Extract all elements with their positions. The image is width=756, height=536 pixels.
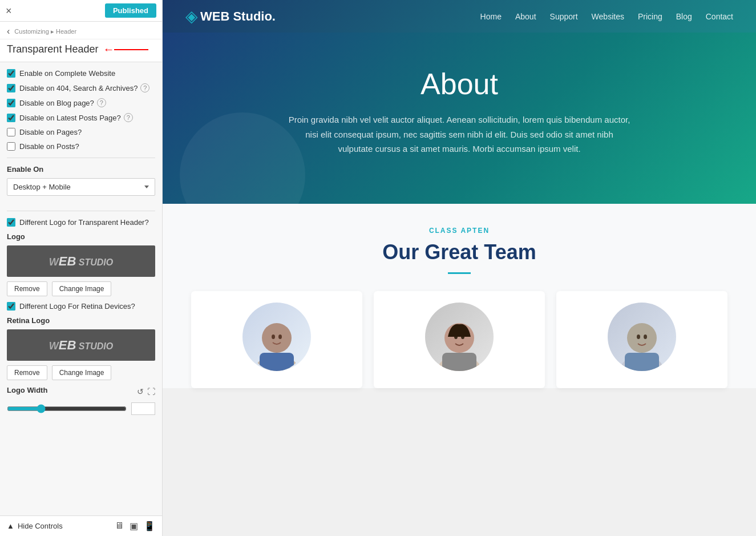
disable-pages-label: Disable on Pages? <box>19 128 82 136</box>
retina-logo-checkbox[interactable] <box>7 302 15 311</box>
disable-404-label: Disable on 404, Search & Archives? <box>19 84 138 92</box>
logo-preview: WEB Studio <box>7 245 155 277</box>
divider-1 <box>7 158 155 158</box>
retina-logo-btn-row: Remove Change Image <box>7 365 155 380</box>
nav-support[interactable]: Support <box>550 12 578 21</box>
nav-pricing[interactable]: Pricing <box>638 12 662 21</box>
desktop-icon[interactable]: 🖥 <box>115 521 124 531</box>
team-section: CLASS APTEN Our Great Team <box>163 204 756 388</box>
logo-preview-text: WEB Studio <box>49 254 113 269</box>
team-divider <box>448 272 471 274</box>
disable-posts-label: Disable on Posts? <box>19 142 79 151</box>
nav-contact[interactable]: Contact <box>706 12 733 21</box>
team-subtitle: CLASS APTEN <box>185 227 733 235</box>
hero-section: About Proin gravida nibh vel velit aucto… <box>163 33 756 204</box>
checkbox-disable-pages: Disable on Pages? <box>7 128 155 136</box>
disable-latest-posts-help-icon[interactable]: ? <box>124 113 133 122</box>
logo-btn-row: Remove Change Image <box>7 281 155 296</box>
reset-icon[interactable]: ↺ <box>137 387 144 396</box>
logo-width-slider[interactable] <box>7 404 127 413</box>
checkbox-disable-blog: Disable on Blog page? ? <box>7 98 155 107</box>
enable-complete-website-checkbox[interactable] <box>7 69 15 78</box>
arrow-indicator: ← <box>103 43 114 56</box>
published-button[interactable]: Published <box>105 3 156 18</box>
close-button[interactable]: × <box>6 6 12 16</box>
breadcrumb: Customizing ▸ Header <box>14 28 76 35</box>
disable-blog-label: Disable on Blog page? <box>19 99 94 107</box>
hero-title: About <box>185 67 733 101</box>
svg-point-13 <box>644 335 647 339</box>
retina-logo-section-label: Retina Logo <box>7 316 155 325</box>
fullscreen-icon[interactable]: ⛶ <box>147 387 155 396</box>
hide-controls-label: Hide Controls <box>18 522 63 530</box>
site-logo: ◈ Web Studio. <box>185 7 276 26</box>
svg-point-12 <box>637 335 640 339</box>
team-title: Our Great Team <box>185 240 733 264</box>
svg-point-2 <box>272 335 275 339</box>
site-nav: Home About Support Websites Pricing Blog… <box>480 12 733 21</box>
bottom-bar: ▲ Hide Controls 🖥 ▣ 📱 <box>0 515 162 536</box>
team-cards <box>185 291 733 388</box>
site-logo-text: Web Studio. <box>200 9 276 24</box>
team-card-1 <box>191 291 362 388</box>
disable-posts-checkbox[interactable] <box>7 142 15 151</box>
panel-title-row: Transparent Header ← <box>0 39 162 62</box>
nav-blog[interactable]: Blog <box>676 12 692 21</box>
enable-complete-website-label: Enable on Complete Website <box>19 69 115 78</box>
retina-logo-remove-button[interactable]: Remove <box>7 365 47 380</box>
logo-change-image-button[interactable]: Change Image <box>52 281 112 296</box>
logo-remove-button[interactable]: Remove <box>7 281 47 296</box>
checkbox-different-logo: Different Logo for Transparent Header? <box>7 218 155 227</box>
hide-controls-button[interactable]: ▲ Hide Controls <box>7 522 63 530</box>
enable-on-label: Enable On <box>7 165 155 174</box>
tablet-icon[interactable]: ▣ <box>130 521 138 531</box>
logo-width-label: Logo Width <box>7 386 47 394</box>
svg-point-1 <box>262 323 292 353</box>
hero-description: Proin gravida nibh vel velit auctor aliq… <box>288 112 630 156</box>
enable-on-select[interactable]: Desktop + Mobile Desktop Only Mobile Onl… <box>7 178 155 196</box>
different-logo-checkbox[interactable] <box>7 218 15 227</box>
team-card-3 <box>556 291 727 388</box>
logo-icon: ◈ <box>185 7 198 26</box>
nav-websites[interactable]: Websites <box>592 12 624 21</box>
site-header: ◈ Web Studio. Home About Support Website… <box>163 0 756 33</box>
panel-topbar: × Published <box>0 0 162 22</box>
logo-label: Logo <box>7 232 155 241</box>
retina-logo-preview: WEB Studio <box>7 329 155 361</box>
divider-2 <box>7 211 155 211</box>
team-card-2 <box>374 291 545 388</box>
logo-width-value-input[interactable] <box>131 402 155 415</box>
nav-home[interactable]: Home <box>480 12 502 21</box>
checkbox-disable-latest-posts: Disable on Latest Posts Page? ? <box>7 113 155 122</box>
disable-latest-posts-checkbox[interactable] <box>7 114 15 122</box>
disable-blog-help-icon[interactable]: ? <box>97 98 106 107</box>
avatar-1 <box>242 303 311 371</box>
chevron-down-icon: ▲ <box>7 522 14 530</box>
svg-rect-9 <box>442 353 476 371</box>
checkbox-disable-posts: Disable on Posts? <box>7 142 155 151</box>
svg-rect-4 <box>260 353 294 371</box>
avatar-2 <box>425 303 494 371</box>
retina-logo-preview-text: WEB Studio <box>49 338 113 353</box>
svg-rect-14 <box>625 353 659 371</box>
range-icon-group: ↺ ⛶ <box>137 387 155 396</box>
checkbox-enable-complete-website: Enable on Complete Website <box>7 69 155 78</box>
svg-point-11 <box>627 323 657 353</box>
disable-pages-checkbox[interactable] <box>7 128 15 136</box>
disable-404-help-icon[interactable]: ? <box>140 83 149 92</box>
preview-area: ◈ Web Studio. Home About Support Website… <box>163 0 756 536</box>
disable-blog-checkbox[interactable] <box>7 99 15 107</box>
retina-logo-label: Different Logo For Retina Devices? <box>19 302 135 311</box>
disable-404-checkbox[interactable] <box>7 84 15 92</box>
panel-nav: ‹ Customizing ▸ Header <box>0 22 162 39</box>
device-icons-group: 🖥 ▣ 📱 <box>115 521 155 531</box>
svg-point-3 <box>278 335 282 339</box>
disable-latest-posts-label: Disable on Latest Posts Page? <box>19 114 121 122</box>
customizer-panel: × Published ‹ Customizing ▸ Header Trans… <box>0 0 163 536</box>
mobile-icon[interactable]: 📱 <box>144 521 155 531</box>
checkbox-disable-404: Disable on 404, Search & Archives? ? <box>7 83 155 92</box>
panel-title: Transparent Header <box>7 43 98 55</box>
nav-about[interactable]: About <box>515 12 536 21</box>
back-button[interactable]: ‹ <box>7 26 10 37</box>
retina-logo-change-button[interactable]: Change Image <box>52 365 112 380</box>
